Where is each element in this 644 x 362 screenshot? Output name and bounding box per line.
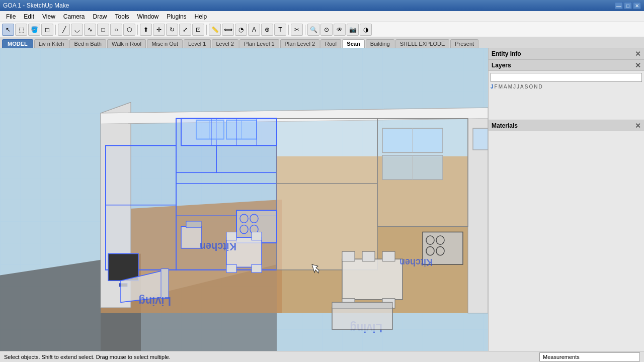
orbit-tool[interactable]: ⊙ (320, 24, 333, 36)
materials-close[interactable]: ✕ (635, 122, 641, 130)
layers-header: Layers ✕ (489, 60, 644, 71)
zoom-extents-tool[interactable]: 🔍 (307, 24, 319, 36)
svg-rect-15 (106, 146, 176, 270)
month-a2[interactable]: A (520, 84, 524, 89)
axes-tool[interactable]: ⊕ (261, 24, 273, 36)
month-m2[interactable]: M (508, 84, 512, 89)
tab-building[interactable]: Building (366, 39, 394, 48)
month-n[interactable]: N (534, 84, 537, 89)
tab-plan-level-1[interactable]: Plan Level 1 (239, 39, 279, 48)
svg-rect-65 (332, 302, 392, 309)
months-navigation: J F M A M J J A S O N D (491, 82, 642, 92)
materials-panel: Materials ✕ (489, 120, 644, 351)
rect-tool[interactable]: □ (97, 24, 109, 36)
tab-misc-n-out[interactable]: Misc n Out (147, 39, 183, 48)
menu-tools[interactable]: Tools (111, 12, 133, 21)
month-m1[interactable]: M (499, 84, 503, 89)
walkthrough-tool[interactable]: 👁 (334, 24, 346, 36)
month-j2[interactable]: J (513, 84, 516, 89)
close-button[interactable]: ✕ (633, 2, 641, 9)
entity-info-title: Entity Info (492, 50, 521, 57)
viewport[interactable]: Living Kitchen (0, 48, 488, 351)
menu-window[interactable]: Window (133, 12, 163, 21)
select-tool[interactable]: ↖ (2, 24, 14, 36)
toolbar: ↖ ⬚ 🪣 ◻ ╱ ◡ ∿ □ ○ ⬡ ⬆ ✛ ↻ ⤢ ⊡ 📏 ⟺ ◔ A ⊕ … (0, 22, 644, 37)
tab-scan[interactable]: Scan (342, 39, 364, 48)
polygon-tool[interactable]: ⬡ (123, 24, 135, 36)
entity-info-close[interactable]: ✕ (635, 50, 641, 58)
menu-file[interactable]: File (2, 12, 20, 21)
paint-tool[interactable]: 🪣 (28, 24, 40, 36)
month-f[interactable]: F (495, 84, 498, 89)
circle-tool[interactable]: ○ (110, 24, 122, 36)
shadow-tool[interactable]: ◑ (360, 24, 372, 36)
menu-camera[interactable]: Camera (59, 12, 89, 21)
svg-text:Living: Living (138, 294, 171, 308)
svg-rect-64 (332, 308, 392, 329)
model-tab[interactable]: MODEL (2, 39, 33, 48)
tab-liv-n-kitch[interactable]: Liv n Kitch (34, 39, 69, 48)
line-tool[interactable]: ╱ (58, 24, 70, 36)
separator-3 (206, 25, 207, 35)
svg-rect-56 (342, 259, 403, 300)
tab-roof[interactable]: Roof (320, 39, 341, 48)
tab-walk-n-roof[interactable]: Walk n Roof (107, 39, 146, 48)
svg-rect-59 (382, 251, 395, 261)
tab-present[interactable]: Present (450, 39, 478, 48)
menu-edit[interactable]: Edit (20, 12, 38, 21)
text-tool[interactable]: A (248, 24, 260, 36)
layers-search-input[interactable] (491, 73, 642, 82)
maximize-button[interactable]: □ (624, 2, 632, 9)
month-o[interactable]: O (529, 84, 533, 89)
window-controls: — □ ✕ (615, 2, 641, 9)
month-s[interactable]: S (525, 84, 528, 89)
materials-header: Materials ✕ (489, 120, 644, 131)
svg-rect-33 (181, 227, 201, 248)
pushpull-tool[interactable]: ⬆ (140, 24, 152, 36)
section-tool[interactable]: ✂ (291, 24, 303, 36)
month-a1[interactable]: A (504, 84, 507, 89)
tab-shell-explode[interactable]: SHELL EXPLODE (395, 39, 449, 48)
measurements-label: Measurements (543, 354, 580, 360)
menu-draw[interactable]: Draw (89, 12, 111, 21)
titlebar: GOA 1 - SketchUp Make — □ ✕ (0, 0, 644, 11)
protractor-tool[interactable]: ◔ (235, 24, 247, 36)
scale-tool[interactable]: ⤢ (179, 24, 191, 36)
menu-plugins[interactable]: Plugins (163, 12, 190, 21)
tab-plan-level-2[interactable]: Plan Level 2 (280, 39, 320, 48)
freehand-tool[interactable]: ∿ (84, 24, 96, 36)
building-view: Living Kitchen (0, 48, 488, 351)
main-area: Living Kitchen (0, 48, 644, 351)
month-j1[interactable]: J (491, 84, 494, 89)
tab-level-1[interactable]: Level 1 (184, 39, 210, 48)
month-j3[interactable]: J (517, 84, 519, 89)
month-d[interactable]: D (538, 84, 542, 89)
menu-help[interactable]: Help (191, 12, 211, 21)
offset-tool[interactable]: ⊡ (192, 24, 204, 36)
layers-content: J F M A M J J A S O N D (489, 71, 644, 94)
erase-tool[interactable]: ◻ (41, 24, 53, 36)
separator-4 (288, 25, 289, 35)
svg-rect-17 (277, 119, 377, 270)
tab-level-2[interactable]: Level 2 (212, 39, 238, 48)
svg-text:Kitchen: Kitchen (399, 257, 433, 268)
minimize-button[interactable]: — (615, 2, 623, 9)
tape-tool[interactable]: 📏 (209, 24, 221, 36)
tab-bed-n-bath[interactable]: Bed n Bath (69, 39, 106, 48)
arc-tool[interactable]: ◡ (71, 24, 83, 36)
menu-view[interactable]: View (38, 12, 59, 21)
position-camera-tool[interactable]: 📷 (347, 24, 359, 36)
rotate-tool[interactable]: ↻ (166, 24, 178, 36)
dimension-tool[interactable]: ⟺ (222, 24, 234, 36)
entity-info-panel: Entity Info ✕ (489, 48, 644, 60)
svg-rect-29 (108, 254, 138, 281)
3dtext-tool[interactable]: T (274, 24, 286, 36)
component-tool[interactable]: ⬚ (15, 24, 27, 36)
tabsbar: MODEL Liv n Kitch Bed n Bath Walk n Roof… (0, 37, 644, 48)
separator-5 (305, 25, 305, 35)
layers-close[interactable]: ✕ (635, 61, 641, 69)
materials-title: Materials (492, 122, 518, 129)
svg-text:Kitchen: Kitchen (200, 241, 236, 253)
move-tool[interactable]: ✛ (153, 24, 165, 36)
measurements-box: Measurements (539, 352, 640, 361)
